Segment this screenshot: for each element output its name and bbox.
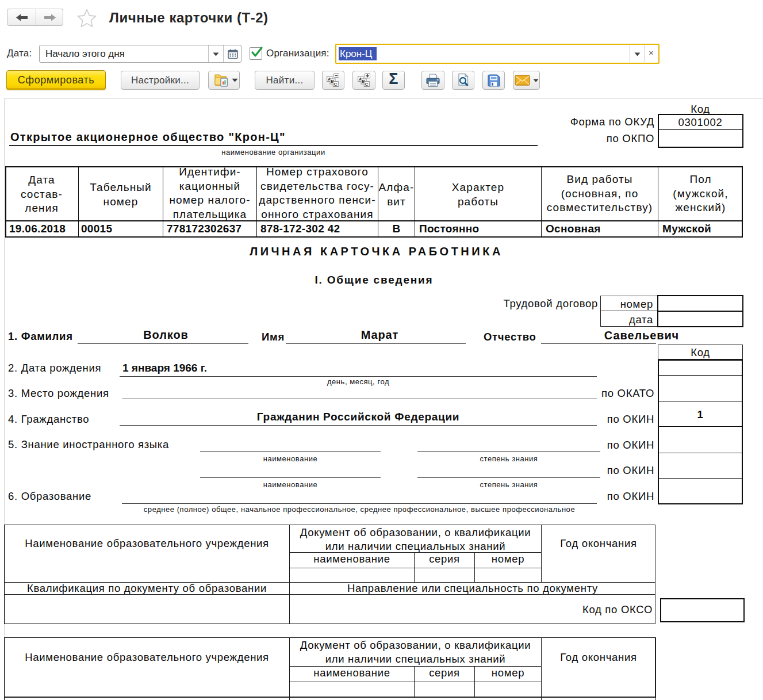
svg-text:C: C — [334, 81, 338, 86]
svg-text:C: C — [365, 81, 368, 86]
